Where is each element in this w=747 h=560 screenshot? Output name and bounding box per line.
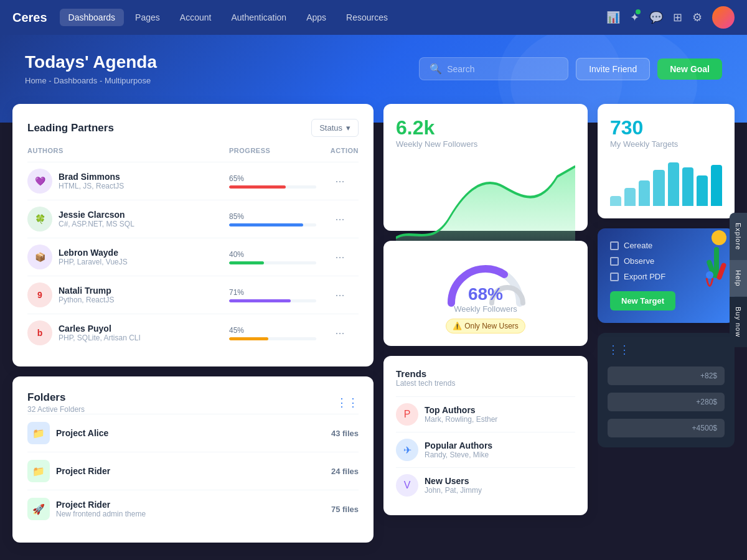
- folder-name: Project Rider: [56, 500, 146, 510]
- action-menu-button[interactable]: ···: [321, 251, 359, 264]
- bar-chart-icon[interactable]: 📊: [606, 11, 620, 24]
- trend-row: P Top Authors Mark, Rowling, Esther: [396, 396, 575, 432]
- progress-pct: 40%: [229, 250, 316, 259]
- invite-friend-button[interactable]: Invite Friend: [576, 58, 650, 80]
- target-option-label: Observe: [624, 256, 654, 266]
- nav-dashboards[interactable]: Dashboards: [60, 9, 125, 26]
- table-header: AUTHORS PROGRESS ACTION: [27, 147, 359, 159]
- nav-resources[interactable]: Resources: [337, 9, 397, 26]
- partner-details: Lebron Wayde PHP, Laravel, VueJS: [59, 248, 128, 266]
- action-menu-button[interactable]: ···: [321, 213, 359, 226]
- weekly-targets-card: 730 My Weekly Targets: [598, 104, 735, 218]
- partner-info: 9 Natali Trump Python, ReactJS: [27, 282, 224, 307]
- folder-name: Project Alice: [56, 428, 108, 438]
- trend-icon: V: [396, 474, 418, 497]
- trend-icon: ✈: [396, 439, 418, 461]
- partner-details: Brad Simmons HTML, JS, ReactJS: [59, 172, 124, 190]
- buy-now-button[interactable]: Buy now: [730, 297, 747, 347]
- trend-name: Popular Authors: [425, 441, 492, 450]
- avatar-image: [712, 6, 735, 29]
- status-label: Status: [319, 123, 342, 133]
- folder-description: New frontend admin theme: [56, 510, 146, 518]
- partners-list: 💜 Brad Simmons HTML, JS, ReactJS 65% ···…: [27, 162, 359, 352]
- action-menu-button[interactable]: ···: [321, 175, 359, 188]
- trend-details: New Users John, Pat, Jimmy: [425, 476, 482, 495]
- followers-label: Weekly New Followers: [396, 139, 575, 149]
- targets-label: My Weekly Targets: [610, 139, 722, 149]
- new-users-label: Only New Users: [464, 322, 519, 330]
- explore-button[interactable]: Explore: [730, 213, 747, 260]
- progress-pct: 85%: [229, 212, 316, 221]
- folder-files-count: 43 files: [331, 429, 359, 438]
- gauge-container: 68% Weekly Followers ⚠️ Only New Users: [396, 253, 575, 334]
- trend-row: V New Users John, Pat, Jimmy: [396, 467, 575, 503]
- trends-card: Trends Latest tech trends P Top Authors …: [383, 356, 588, 515]
- bar-chart: [610, 156, 722, 206]
- bar-item: [711, 165, 722, 206]
- progress-bar-bg: [229, 299, 316, 302]
- target-illustration: [679, 228, 735, 303]
- folder-row: 🚀 Project Rider New frontend admin theme…: [27, 490, 359, 528]
- partner-skills: Python, ReactJS: [59, 296, 114, 304]
- folder-files-count: 75 files: [331, 505, 359, 514]
- bar-item: [653, 170, 664, 206]
- folders-info: Folders 32 Active Folders: [27, 391, 85, 414]
- action-menu-button[interactable]: ···: [321, 289, 359, 302]
- bar-item: [697, 175, 708, 206]
- col-action: ACTION: [321, 147, 359, 154]
- partner-row: 9 Natali Trump Python, ReactJS 71% ···: [27, 276, 359, 314]
- folders-header: Folders 32 Active Folders ⋮⋮: [27, 391, 359, 414]
- search-box[interactable]: 🔍: [419, 57, 568, 80]
- col-authors: AUTHORS: [27, 147, 224, 154]
- progress-bar-fill: [229, 261, 264, 264]
- target-checkbox[interactable]: [610, 241, 619, 250]
- partner-info: 💜 Brad Simmons HTML, JS, ReactJS: [27, 169, 224, 194]
- status-dropdown[interactable]: Status ▾: [311, 119, 359, 137]
- target-card: Cereate Observe Export PDF New Target: [598, 228, 735, 323]
- progress-bar-fill: [229, 337, 268, 340]
- new-goal-button[interactable]: New Goal: [657, 58, 722, 80]
- action-menu-button[interactable]: ···: [321, 327, 359, 340]
- header-top: Todays' Agenda Home - Dashboards - Multi…: [25, 52, 722, 85]
- nav-pages[interactable]: Pages: [126, 9, 169, 26]
- sparkle-icon[interactable]: ✦: [630, 11, 639, 24]
- avatar[interactable]: [712, 6, 735, 29]
- folders-card: Folders 32 Active Folders ⋮⋮ 📁 Project A…: [12, 376, 374, 543]
- stat-item-1: +82$: [608, 366, 725, 385]
- gauge-percentage: 68%: [468, 284, 503, 304]
- partner-row: b Carles Puyol PHP, SQLite, Artisan CLI …: [27, 314, 359, 352]
- folder-row: 📁 Project Alice 43 files: [27, 414, 359, 452]
- help-button[interactable]: Help: [730, 260, 747, 297]
- settings-icon[interactable]: ⚙: [692, 11, 702, 24]
- folder-files-count: 24 files: [331, 467, 359, 476]
- leading-partners-header: Leading Partners Status ▾: [27, 119, 359, 137]
- grid-icon[interactable]: ⊞: [673, 11, 682, 24]
- bar-item: [639, 180, 650, 206]
- partner-row: 📦 Lebron Wayde PHP, Laravel, VueJS 40% ·…: [27, 238, 359, 276]
- nav-apps[interactable]: Apps: [298, 9, 335, 26]
- partner-details: Jessie Clarcson C#, ASP.NET, MS SQL: [59, 210, 134, 228]
- partner-row: 🍀 Jessie Clarcson C#, ASP.NET, MS SQL 85…: [27, 200, 359, 238]
- target-checkbox[interactable]: [610, 273, 619, 281]
- new-target-button[interactable]: New Target: [610, 291, 675, 310]
- progress-bar-fill: [229, 299, 291, 302]
- trend-details: Popular Authors Randy, Steve, Mike: [425, 441, 492, 459]
- partner-info: 🍀 Jessie Clarcson C#, ASP.NET, MS SQL: [27, 207, 224, 231]
- message-icon[interactable]: 💬: [649, 11, 663, 24]
- header-actions: 🔍 Invite Friend New Goal: [419, 57, 722, 80]
- leading-partners-title: Leading Partners: [27, 122, 114, 134]
- bar-item: [668, 162, 679, 206]
- followers-number: 6.2k: [396, 116, 575, 139]
- progress-area: 71%: [229, 288, 316, 302]
- partner-avatar: b: [27, 320, 52, 345]
- partner-info: 📦 Lebron Wayde PHP, Laravel, VueJS: [27, 245, 224, 269]
- target-option-label: Cereate: [624, 241, 652, 250]
- search-input[interactable]: [447, 64, 558, 74]
- nav-authentication[interactable]: Authentication: [222, 9, 295, 26]
- target-checkbox[interactable]: [610, 257, 619, 266]
- nav-account[interactable]: Account: [171, 9, 220, 26]
- partner-skills: PHP, SQLite, Artisan CLI: [59, 334, 141, 342]
- navbar-icons: 📊 ✦ 💬 ⊞ ⚙: [606, 6, 735, 29]
- partner-details: Carles Puyol PHP, SQLite, Artisan CLI: [59, 324, 141, 342]
- folders-dots-icon[interactable]: ⋮⋮: [336, 396, 359, 409]
